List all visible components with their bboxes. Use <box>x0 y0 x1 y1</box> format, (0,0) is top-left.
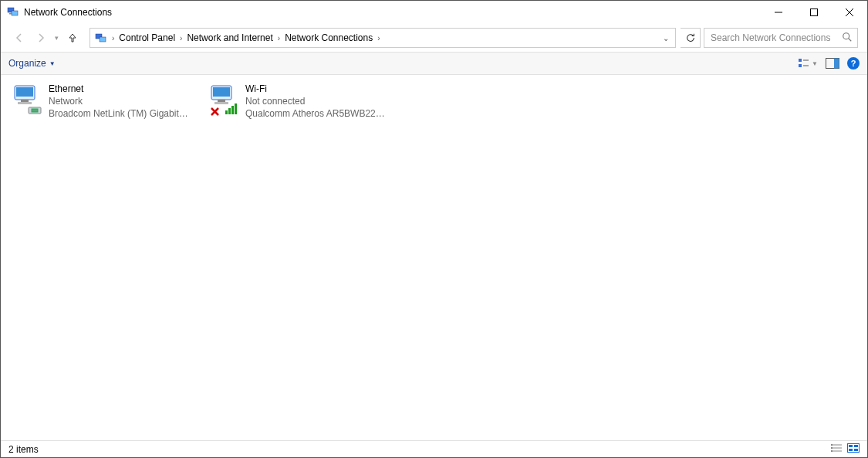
chevron-right-icon[interactable]: › <box>178 34 184 42</box>
status-bar: 2 items <box>1 440 867 457</box>
svg-rect-11 <box>799 59 802 62</box>
svg-rect-24 <box>213 87 230 97</box>
connection-status: Not connected <box>245 95 387 107</box>
svg-rect-41 <box>854 445 858 447</box>
breadcrumb-segment[interactable]: Network Connections <box>282 29 376 47</box>
chevron-down-icon: ▼ <box>812 60 818 67</box>
svg-rect-26 <box>214 102 228 104</box>
organize-menu-button[interactable]: Organize ▼ <box>8 58 56 69</box>
chevron-right-icon[interactable]: › <box>276 34 282 42</box>
details-view-button[interactable] <box>830 443 843 455</box>
up-button[interactable] <box>63 29 82 47</box>
search-box[interactable] <box>704 28 858 48</box>
app-icon <box>7 5 19 20</box>
svg-rect-4 <box>811 9 818 16</box>
content-pane[interactable]: Ethernet Network Broadcom NetLink (TM) G… <box>1 75 867 440</box>
window-controls <box>761 1 867 24</box>
search-icon[interactable] <box>842 32 853 45</box>
connection-texts: Ethernet Network Broadcom NetLink (TM) G… <box>49 83 190 120</box>
svg-rect-18 <box>16 87 33 97</box>
svg-rect-1 <box>12 11 18 15</box>
change-view-button[interactable]: ▼ <box>798 57 818 70</box>
window: Network Connections ▾ <box>0 0 868 458</box>
organize-label: Organize <box>8 58 46 69</box>
svg-rect-25 <box>218 100 225 102</box>
svg-rect-28 <box>228 108 231 114</box>
connection-item-wifi[interactable]: Wi-Fi Not connected Qualcomm Atheros AR5… <box>207 81 388 121</box>
connection-name: Wi-Fi <box>245 83 387 95</box>
wifi-icon <box>208 83 241 117</box>
svg-rect-43 <box>854 449 858 451</box>
address-breadcrumb[interactable]: › Control Panel › Network and Internet ›… <box>90 28 676 48</box>
navigation-bar: ▾ › Control Panel › Network and Internet… <box>1 24 867 52</box>
svg-rect-16 <box>834 59 839 69</box>
breadcrumb-segment[interactable]: Network and Internet <box>184 29 275 47</box>
connection-item-ethernet[interactable]: Ethernet Network Broadcom NetLink (TM) G… <box>10 81 191 121</box>
search-input[interactable] <box>709 32 837 44</box>
connection-name: Ethernet <box>49 83 190 95</box>
connection-texts: Wi-Fi Not connected Qualcomm Atheros AR5… <box>245 83 387 120</box>
preview-pane-button[interactable] <box>826 58 839 69</box>
svg-rect-37 <box>831 447 833 449</box>
minimize-button[interactable] <box>761 1 796 24</box>
svg-rect-30 <box>235 103 237 114</box>
connection-status: Network <box>49 95 190 107</box>
address-history-dropdown[interactable]: ⌄ <box>658 34 674 42</box>
view-mode-switcher <box>830 443 860 455</box>
forward-button[interactable] <box>32 29 50 47</box>
svg-rect-22 <box>32 109 38 112</box>
title-left: Network Connections <box>7 5 112 20</box>
window-title: Network Connections <box>24 7 112 18</box>
command-bar-right: ▼ ? <box>798 57 860 70</box>
maximize-button[interactable] <box>796 1 832 24</box>
svg-rect-27 <box>225 110 228 114</box>
chevron-right-icon[interactable]: › <box>376 34 381 42</box>
svg-rect-38 <box>831 450 833 452</box>
tiles-view-button[interactable] <box>847 443 860 455</box>
title-bar: Network Connections <box>1 1 867 24</box>
connection-device: Qualcomm Atheros AR5BWB222 ... <box>245 107 387 120</box>
back-button[interactable] <box>10 29 29 47</box>
command-bar: Organize ▼ ▼ ? <box>1 52 867 75</box>
svg-rect-8 <box>100 37 106 42</box>
location-icon <box>92 32 110 44</box>
close-button[interactable] <box>832 1 867 24</box>
svg-rect-19 <box>21 100 29 102</box>
breadcrumb-segment[interactable]: Control Panel <box>116 29 178 47</box>
svg-rect-12 <box>799 64 802 67</box>
item-count-label: 2 items <box>8 444 39 455</box>
svg-rect-20 <box>18 102 32 104</box>
help-button[interactable]: ? <box>847 57 860 70</box>
refresh-button[interactable] <box>681 28 701 48</box>
svg-line-10 <box>849 38 852 41</box>
chevron-right-icon[interactable]: › <box>110 34 116 42</box>
recent-locations-dropdown[interactable]: ▾ <box>53 34 60 42</box>
svg-rect-42 <box>849 449 853 451</box>
svg-rect-36 <box>831 444 833 446</box>
svg-point-9 <box>843 32 849 39</box>
chevron-down-icon: ▼ <box>49 60 56 67</box>
ethernet-icon <box>12 83 44 117</box>
svg-rect-29 <box>231 106 234 114</box>
svg-rect-2 <box>9 13 12 15</box>
connection-device: Broadcom NetLink (TM) Gigabit E... <box>49 107 190 120</box>
svg-rect-40 <box>849 445 853 447</box>
